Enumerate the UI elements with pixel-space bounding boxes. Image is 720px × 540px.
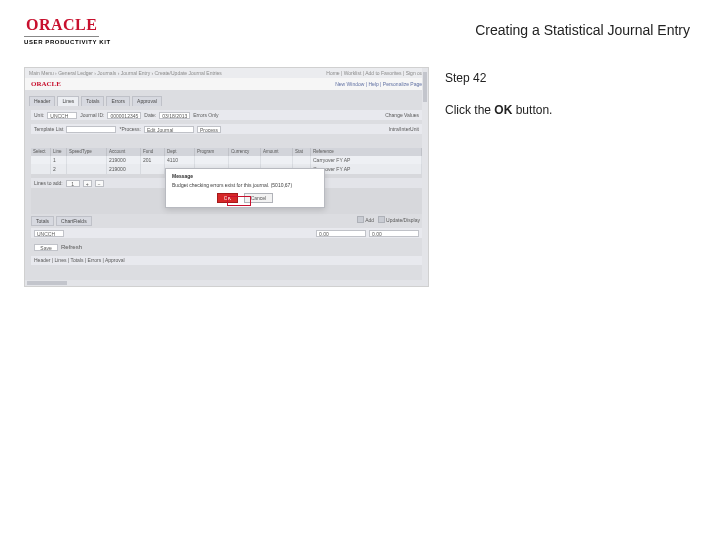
lower-tab-totals[interactable]: Totals	[31, 216, 54, 226]
change-values-link[interactable]: Change Values	[385, 112, 419, 118]
brand-logo: ORACLE	[24, 16, 99, 37]
update-display-button[interactable]: Update/Display	[378, 216, 420, 223]
brand-subtitle: USER PRODUCTIVITY KIT	[24, 39, 111, 45]
save-row: Save Refresh	[31, 242, 422, 252]
page: ORACLE USER PRODUCTIVITY KIT Creating a …	[0, 0, 720, 540]
scrollbar-horizontal[interactable]	[25, 280, 422, 286]
tab-header[interactable]: Header	[29, 96, 55, 106]
instruction-bold: OK	[494, 103, 512, 117]
add-update-bar: Add Update/Display	[357, 216, 420, 223]
plus-icon	[357, 216, 364, 223]
ok-highlight	[227, 196, 251, 206]
scrollbar-thumb-v[interactable]	[423, 72, 427, 102]
col-reference: Reference	[311, 148, 422, 156]
tab-totals[interactable]: Totals	[81, 96, 104, 106]
unit-field[interactable]: UNCCH	[47, 112, 77, 119]
add-button[interactable]: Add	[357, 216, 374, 223]
grid-header: Select Line SpeedType Account Fund Dept …	[31, 148, 422, 156]
scrollbar-vertical[interactable]	[422, 68, 428, 286]
date-field[interactable]: 03/18/2013	[159, 112, 190, 119]
scrollbar-thumb-h[interactable]	[27, 281, 67, 285]
col-speedtype: SpeedType	[67, 148, 107, 156]
header: ORACLE USER PRODUCTIVITY KIT Creating a …	[24, 16, 696, 45]
tab-errors[interactable]: Errors	[106, 96, 130, 106]
col-stat: Stat	[293, 148, 311, 156]
template-list-label: Template List	[34, 126, 63, 132]
update-icon	[378, 216, 385, 223]
instruction-text: Click the OK button.	[445, 103, 694, 117]
jid-label: Journal ID:	[80, 112, 104, 118]
lower-tab-chartfields[interactable]: ChartFields	[56, 216, 92, 226]
process-select[interactable]: Edit Journal	[144, 126, 194, 133]
save-button[interactable]: Save	[34, 244, 58, 251]
oracle-logo: ORACLE	[31, 80, 61, 88]
totals-row: UNCCH 0.00 0.00	[31, 228, 422, 238]
tab-lines[interactable]: Lines	[57, 96, 79, 106]
tabs: Header Lines Totals Errors Approval	[29, 96, 424, 106]
content: Main Menu › General Ledger › Journals › …	[24, 67, 696, 287]
errors-only-checkbox[interactable]: Errors Only	[193, 112, 218, 118]
jid-field[interactable]: 0000012345	[107, 112, 141, 119]
breadcrumb-right: Home | Worklist | Add to Favorites | Sig…	[326, 70, 424, 76]
message-title: Message	[172, 173, 318, 179]
step-label: Step 42	[445, 71, 694, 85]
unit-label: Unit:	[34, 112, 44, 118]
logo-block: ORACLE USER PRODUCTIVITY KIT	[24, 16, 111, 45]
instruction-post: button.	[512, 103, 552, 117]
col-currency: Currency	[229, 148, 261, 156]
intraunit-link[interactable]: Intra/InterUnit	[389, 126, 419, 132]
col-amount: Amount	[261, 148, 293, 156]
date-label: Date:	[144, 112, 156, 118]
totals-credits: 0.00	[369, 230, 419, 237]
breadcrumb-bar: Main Menu › General Ledger › Journals › …	[25, 68, 428, 78]
topbar-links: New Window | Help | Personalize Page	[335, 81, 422, 87]
tab-approval[interactable]: Approval	[132, 96, 162, 106]
instruction-pre: Click the	[445, 103, 494, 117]
col-program: Program	[195, 148, 229, 156]
footer-links[interactable]: Header | Lines | Totals | Errors | Appro…	[31, 256, 422, 265]
template-list-field[interactable]	[66, 126, 116, 133]
screenshot: Main Menu › General Ledger › Journals › …	[24, 67, 429, 287]
instruction-pane: Step 42 Click the OK button.	[443, 67, 696, 287]
col-line: Line	[51, 148, 67, 156]
process-button[interactable]: Process	[197, 126, 221, 133]
refresh-button[interactable]: Refresh	[61, 244, 82, 250]
message-text: Budget checking errors exist for this jo…	[172, 182, 318, 188]
col-fund: Fund	[141, 148, 165, 156]
col-account: Account	[107, 148, 141, 156]
totals-unit: UNCCH	[34, 230, 64, 237]
breadcrumb: Main Menu › General Ledger › Journals › …	[29, 70, 222, 76]
app-topbar: ORACLE New Window | Help | Personalize P…	[25, 78, 428, 90]
col-dept: Dept	[165, 148, 195, 156]
form-row-1: Unit: UNCCH Journal ID: 0000012345 Date:…	[31, 110, 422, 120]
totals-debits: 0.00	[316, 230, 366, 237]
form-row-2: Template List *Process: Edit Journal Pro…	[31, 124, 422, 134]
process-label: *Process:	[119, 126, 140, 132]
col-select: Select	[31, 148, 51, 156]
page-title: Creating a Statistical Journal Entry	[129, 16, 696, 38]
